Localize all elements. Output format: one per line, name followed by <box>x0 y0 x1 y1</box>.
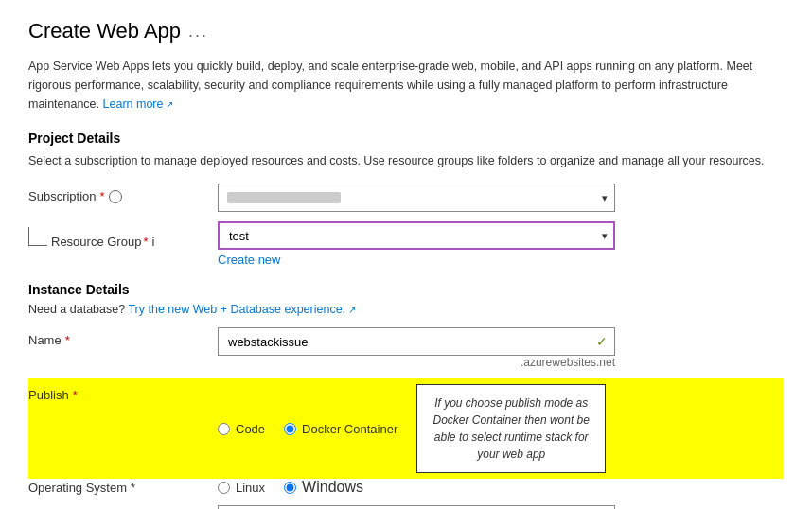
publish-label: Publish * <box>28 384 218 402</box>
publish-tooltip: If you choose publish mode as Docker Con… <box>416 384 606 473</box>
resource-group-dropdown-wrapper: test ▾ <box>218 221 615 250</box>
publish-options: Code Docker Container <box>218 422 397 436</box>
region-select[interactable]: Central US <box>218 505 615 509</box>
os-options: Linux Windows <box>218 479 363 496</box>
os-linux-radio[interactable] <box>218 482 230 494</box>
create-new-link[interactable]: Create new <box>218 253 784 267</box>
publish-row: Publish * Code Docker Container If you c… <box>28 378 784 479</box>
project-details-title: Project Details <box>28 131 784 146</box>
tree-line <box>28 227 47 246</box>
region-label: Region * <box>28 505 218 509</box>
publish-required: * <box>73 388 78 402</box>
learn-more-link[interactable]: Learn more <box>103 97 174 111</box>
os-linux-label: Linux <box>236 481 265 495</box>
name-row: Name * ✓ .azurewebsites.net <box>28 327 784 369</box>
publish-options-area: Code Docker Container If you choose publ… <box>218 384 606 473</box>
subscription-select[interactable] <box>218 184 615 212</box>
os-windows-option[interactable]: Windows <box>284 479 363 496</box>
name-input-wrapper: ✓ <box>218 327 615 356</box>
resource-group-control: test ▾ Create new <box>218 221 784 267</box>
resource-group-required: * <box>143 235 148 249</box>
subscription-label: Subscription * i <box>28 184 218 203</box>
publish-docker-radio[interactable] <box>284 423 296 435</box>
resource-group-row: Resource Group * i test ▾ Create new <box>28 221 784 267</box>
os-windows-label: Windows <box>302 479 363 496</box>
operating-system-row: Operating System * Linux Windows <box>28 479 784 496</box>
region-row: Region * Central US ▾ i Not finding your… <box>28 505 784 509</box>
name-required: * <box>65 333 70 347</box>
os-windows-radio[interactable] <box>284 482 296 494</box>
os-required: * <box>131 481 135 495</box>
publish-docker-label: Docker Container <box>302 422 397 436</box>
project-details-desc: Select a subscription to manage deployed… <box>28 151 784 170</box>
subscription-info-icon[interactable]: i <box>109 190 122 203</box>
subdomain-hint: .azurewebsites.net <box>218 356 615 369</box>
db-link-anchor[interactable]: Try the new Web + Database experience. <box>128 303 355 316</box>
publish-docker-option[interactable]: Docker Container <box>284 422 397 436</box>
resource-group-indent: Resource Group * i <box>28 221 218 255</box>
resource-group-label: Resource Group <box>51 235 141 249</box>
instance-details-title: Instance Details <box>28 282 784 297</box>
publish-code-option[interactable]: Code <box>218 422 265 436</box>
subscription-control: ▾ <box>218 184 784 212</box>
name-control: ✓ .azurewebsites.net <box>218 327 784 369</box>
name-label: Name * <box>28 327 218 347</box>
region-dropdown-wrapper: Central US ▾ <box>218 505 615 509</box>
os-label: Operating System * <box>28 481 218 495</box>
name-checkmark-icon: ✓ <box>596 334 608 349</box>
resource-group-select[interactable]: test <box>218 221 615 250</box>
subscription-required: * <box>100 189 105 203</box>
intro-text: App Service Web Apps lets you quickly bu… <box>28 57 784 114</box>
title-ellipsis: ... <box>188 22 208 42</box>
publish-code-radio[interactable] <box>218 423 230 435</box>
publish-code-label: Code <box>236 422 265 436</box>
subscription-row: Subscription * i ▾ <box>28 184 784 212</box>
resource-group-info-icon[interactable]: i <box>151 235 154 249</box>
subscription-dropdown-wrapper: ▾ <box>218 184 615 212</box>
name-input[interactable] <box>218 327 615 356</box>
db-link-text: Need a database? Try the new Web + Datab… <box>28 303 784 316</box>
os-linux-option[interactable]: Linux <box>218 481 265 495</box>
page-title: Create Web App <box>28 19 181 44</box>
page-title-bar: Create Web App ... <box>28 19 784 44</box>
region-control: Central US ▾ i Not finding your App Serv… <box>218 505 784 509</box>
